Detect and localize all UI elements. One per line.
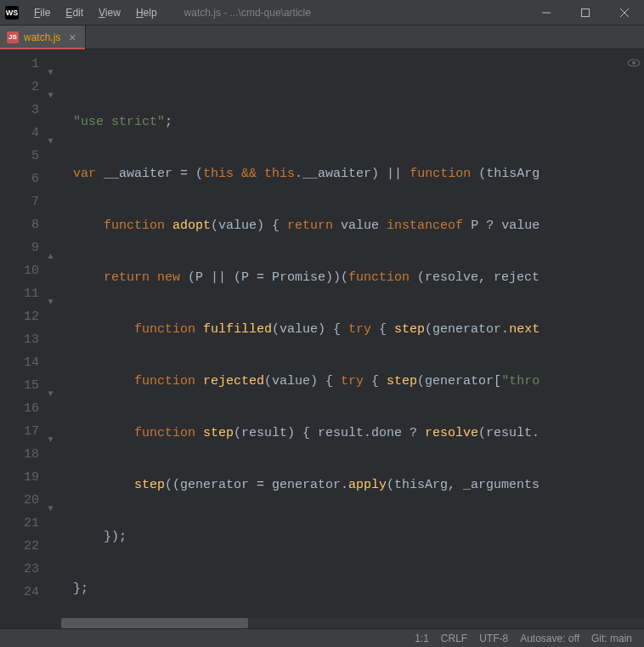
code-line: function adopt(value) { return value ins… (73, 214, 644, 237)
tab-close-icon[interactable]: × (69, 31, 76, 43)
line-number: 11▾ (0, 282, 61, 305)
code-line: "use strict"; (73, 111, 644, 133)
scrollbar-thumb[interactable] (61, 618, 248, 628)
fold-icon[interactable]: ▾ (47, 497, 54, 504)
code-line: function step(result) { result.done ? re… (73, 422, 644, 445)
window-controls (527, 0, 644, 26)
file-encoding[interactable]: UTF-8 (479, 633, 508, 644)
autosave-status[interactable]: Autosave: off (520, 633, 579, 644)
line-number: 23 (0, 558, 61, 581)
code-line: var __awaiter = (this && this.__awaiter)… (73, 162, 644, 185)
window-title: watch.js - ...\cmd-que\article (184, 7, 311, 19)
js-file-icon: JS (7, 31, 19, 43)
line-number: 15▾ (0, 374, 61, 397)
close-button[interactable] (605, 0, 644, 26)
svg-rect-1 (582, 9, 590, 16)
tab-bar: JS watch.js × (0, 26, 644, 49)
tab-label: watch.js (24, 31, 60, 43)
fold-icon[interactable]: ▾ (47, 129, 54, 137)
line-number: 3 (0, 99, 61, 122)
line-number: 12 (0, 305, 61, 328)
line-number: 1▾ (0, 53, 61, 76)
line-number: 20▾ (0, 489, 61, 512)
inspection-eye-icon[interactable] (627, 56, 641, 70)
code-line: return new (P || (P = Promise))(function… (73, 266, 644, 289)
maximize-button[interactable] (566, 0, 605, 26)
menu-edit[interactable]: Edit (59, 3, 90, 22)
line-number: 16 (0, 397, 61, 420)
line-number: 4▾ (0, 122, 61, 145)
svg-point-5 (632, 61, 636, 65)
fold-icon[interactable]: ▾ (47, 60, 54, 68)
line-number: 9▴ (0, 236, 61, 259)
line-number: 7 (0, 190, 61, 213)
line-number: 8 (0, 213, 61, 236)
code-line: }; (73, 577, 644, 600)
code-line: function fulfilled(value) { try { step(g… (73, 318, 644, 341)
line-number: 6 (0, 167, 61, 190)
line-number: 13 (0, 328, 61, 351)
git-branch[interactable]: Git: main (591, 633, 632, 644)
horizontal-scrollbar[interactable] (61, 618, 644, 628)
menu-help[interactable]: Help (129, 3, 164, 22)
line-number: 21 (0, 512, 61, 535)
menu-view[interactable]: View (92, 3, 127, 22)
fold-icon[interactable]: ▾ (47, 382, 54, 389)
fold-icon[interactable]: ▾ (47, 428, 54, 435)
tab-watch-js[interactable]: JS watch.js × (0, 26, 86, 48)
line-separator[interactable]: CRLF (441, 633, 467, 644)
minimize-button[interactable] (527, 0, 566, 26)
line-number: 17▾ (0, 420, 61, 443)
fold-icon[interactable]: ▾ (47, 290, 54, 298)
code-area[interactable]: "use strict"; var __awaiter = (this && t… (61, 49, 644, 628)
line-number: 5 (0, 145, 61, 167)
editor[interactable]: 1▾ 2▾ 3 4▾ 5 6 7 8 9▴ 10 11▾ 12 13 14 15… (0, 49, 644, 628)
menu-file[interactable]: File (27, 3, 57, 22)
line-number: 14 (0, 351, 61, 374)
line-number: 24 (0, 581, 61, 604)
line-number: 18 (0, 443, 61, 466)
fold-icon[interactable]: ▴ (47, 244, 54, 252)
status-bar: 1:1 CRLF UTF-8 Autosave: off Git: main (0, 628, 644, 647)
code-line: }); (73, 525, 644, 548)
gutter: 1▾ 2▾ 3 4▾ 5 6 7 8 9▴ 10 11▾ 12 13 14 15… (0, 49, 61, 628)
main-menu: File Edit View Help (27, 3, 164, 22)
cursor-position[interactable]: 1:1 (415, 633, 429, 644)
line-number: 10 (0, 259, 61, 282)
line-number: 19 (0, 466, 61, 489)
code-line: function rejected(value) { try { step(ge… (73, 370, 644, 393)
title-bar: WS File Edit View Help watch.js - ...\cm… (0, 0, 644, 26)
line-number: 2▾ (0, 76, 61, 99)
app-icon: WS (5, 6, 19, 20)
code-line: step((generator = generator.apply(thisAr… (73, 474, 644, 497)
line-number: 22 (0, 535, 61, 558)
fold-icon[interactable]: ▾ (47, 83, 54, 91)
